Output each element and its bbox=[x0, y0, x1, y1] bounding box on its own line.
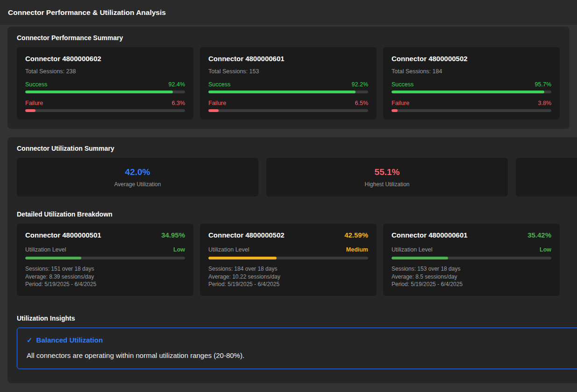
period-line: Period: 5/19/2025 - 6/4/2025 bbox=[392, 280, 551, 288]
success-row: Success 95.7% bbox=[392, 81, 551, 88]
failure-fill bbox=[392, 109, 398, 112]
utilization-level-row: Utilization Level Low bbox=[392, 246, 551, 253]
total-sessions: Total Sessions: 184 bbox=[392, 68, 551, 75]
insight-text: All connectors are operating within norm… bbox=[27, 351, 577, 359]
page-title: Connector Performance & Utilization Anal… bbox=[8, 8, 166, 17]
failure-track bbox=[392, 109, 551, 112]
stat-card-partial bbox=[516, 158, 577, 196]
dashboard: Connector Performance & Utilization Anal… bbox=[0, 0, 577, 392]
failure-value: 3.8% bbox=[538, 100, 552, 106]
average-line: Average: 8.39 sessions/day bbox=[25, 273, 185, 281]
total-sessions: Total Sessions: 153 bbox=[208, 68, 368, 75]
utilization-fill bbox=[392, 257, 448, 259]
utilization-level-label: Utilization Level bbox=[208, 246, 249, 253]
utilization-percent: 42.59% bbox=[344, 231, 368, 239]
connector-title: Connector 4800000502 bbox=[208, 231, 285, 239]
failure-value: 6.3% bbox=[172, 100, 185, 106]
performance-section-title: Connector Performance Summary bbox=[17, 34, 560, 42]
detailed-card-row: Connector 4800000501 34.95% Utilization … bbox=[17, 224, 577, 296]
success-track bbox=[25, 91, 185, 93]
failure-label: Failure bbox=[208, 100, 226, 106]
utilization-level-value: Low bbox=[540, 246, 551, 253]
performance-card: Connector 4800000602 Total Sessions: 238… bbox=[17, 47, 193, 119]
failure-track bbox=[25, 109, 185, 112]
performance-panel: Connector Performance Summary Connector … bbox=[7, 27, 570, 129]
connector-title: Connector 4800000601 bbox=[392, 231, 468, 239]
average-line: Average: 10.22 sessions/day bbox=[208, 273, 368, 281]
stat-card-average-utilization: 42.0% Average Utilization bbox=[17, 158, 258, 196]
utilization-level-row: Utilization Level Low bbox=[25, 246, 185, 253]
failure-row: Failure 6.3% bbox=[25, 100, 185, 106]
success-label: Success bbox=[25, 81, 47, 88]
failure-value: 6.5% bbox=[355, 100, 369, 106]
utilization-level-row: Utilization Level Medium bbox=[208, 246, 368, 253]
utilization-percent: 34.95% bbox=[161, 231, 185, 239]
sessions-line: Sessions: 153 over 18 days bbox=[392, 265, 551, 273]
utilization-percent: 35.42% bbox=[527, 231, 551, 239]
detail-card-header: Connector 4800000601 35.42% bbox=[392, 231, 551, 239]
failure-label: Failure bbox=[392, 100, 409, 106]
failure-row: Failure 6.5% bbox=[208, 100, 368, 106]
insights-section-title: Utilization Insights bbox=[17, 315, 577, 322]
connector-title: Connector 4800000601 bbox=[208, 55, 368, 63]
average-line: Average: 8.5 sessions/day bbox=[392, 273, 551, 281]
detail-meta: Sessions: 184 over 18 days Average: 10.2… bbox=[208, 265, 368, 288]
utilization-fill bbox=[25, 257, 81, 259]
detail-card-header: Connector 4800000502 42.59% bbox=[208, 231, 368, 239]
success-label: Success bbox=[392, 81, 413, 88]
check-icon: ✓ bbox=[27, 336, 33, 344]
sessions-line: Sessions: 151 over 18 days bbox=[25, 265, 185, 273]
utilization-level-label: Utilization Level bbox=[392, 246, 433, 253]
utilization-track bbox=[208, 257, 368, 259]
performance-card-row: Connector 4800000602 Total Sessions: 238… bbox=[17, 47, 560, 119]
total-sessions: Total Sessions: 238 bbox=[25, 68, 185, 75]
utilization-level-value: Medium bbox=[346, 246, 368, 253]
success-value: 95.7% bbox=[535, 81, 551, 88]
utilization-level-value: Low bbox=[173, 246, 185, 253]
stat-value: 55.1% bbox=[375, 167, 400, 177]
detail-card: Connector 4800000601 35.42% Utilization … bbox=[383, 224, 560, 296]
connector-title: Connector 4800000602 bbox=[25, 55, 185, 63]
success-track bbox=[208, 91, 368, 93]
stat-label: Average Utilization bbox=[114, 181, 161, 188]
failure-row: Failure 3.8% bbox=[392, 100, 551, 106]
utilization-fill bbox=[208, 257, 277, 259]
utilization-panel: Connector Utilization Summary 42.0% Aver… bbox=[7, 137, 577, 383]
success-value: 92.4% bbox=[169, 81, 185, 88]
page-header: Connector Performance & Utilization Anal… bbox=[0, 0, 577, 25]
utilization-section-title: Connector Utilization Summary bbox=[17, 145, 577, 152]
failure-fill bbox=[208, 109, 219, 112]
utilization-level-label: Utilization Level bbox=[25, 246, 66, 253]
insight-title: Balanced Utilization bbox=[36, 336, 103, 344]
success-label: Success bbox=[208, 81, 230, 88]
failure-track bbox=[208, 109, 368, 112]
stat-label: Highest Utilization bbox=[364, 181, 409, 188]
success-track bbox=[392, 91, 551, 93]
stat-card-highest-utilization: 55.1% Highest Utilization bbox=[266, 158, 508, 196]
period-line: Period: 5/19/2025 - 6/4/2025 bbox=[208, 280, 368, 288]
success-fill bbox=[25, 91, 173, 93]
utilization-stat-row: 42.0% Average Utilization 55.1% Highest … bbox=[17, 158, 577, 196]
detailed-section-title: Detailed Utilization Breakdown bbox=[17, 210, 577, 218]
success-row: Success 92.4% bbox=[25, 81, 185, 88]
insight-box: ✓ Balanced Utilization All connectors ar… bbox=[17, 328, 577, 369]
stat-value: 42.0% bbox=[125, 167, 150, 177]
failure-label: Failure bbox=[25, 100, 43, 106]
detail-card: Connector 4800000502 42.59% Utilization … bbox=[200, 224, 377, 296]
connector-title: Connector 4800000501 bbox=[25, 231, 101, 239]
detail-meta: Sessions: 151 over 18 days Average: 8.39… bbox=[25, 265, 185, 288]
performance-card: Connector 4800000502 Total Sessions: 184… bbox=[383, 47, 560, 119]
success-row: Success 92.2% bbox=[208, 81, 368, 88]
utilization-track bbox=[25, 257, 185, 259]
success-fill bbox=[392, 91, 544, 93]
success-fill bbox=[208, 91, 356, 93]
utilization-track bbox=[392, 257, 551, 259]
detail-card: Connector 4800000501 34.95% Utilization … bbox=[17, 224, 193, 296]
connector-title: Connector 4800000502 bbox=[392, 55, 551, 63]
sessions-line: Sessions: 184 over 18 days bbox=[208, 265, 368, 273]
failure-fill bbox=[25, 109, 36, 112]
performance-card: Connector 4800000601 Total Sessions: 153… bbox=[200, 47, 377, 119]
insight-title-row: ✓ Balanced Utilization bbox=[27, 336, 577, 344]
period-line: Period: 5/19/2025 - 6/4/2025 bbox=[25, 280, 185, 288]
detail-card-header: Connector 4800000501 34.95% bbox=[25, 231, 185, 239]
